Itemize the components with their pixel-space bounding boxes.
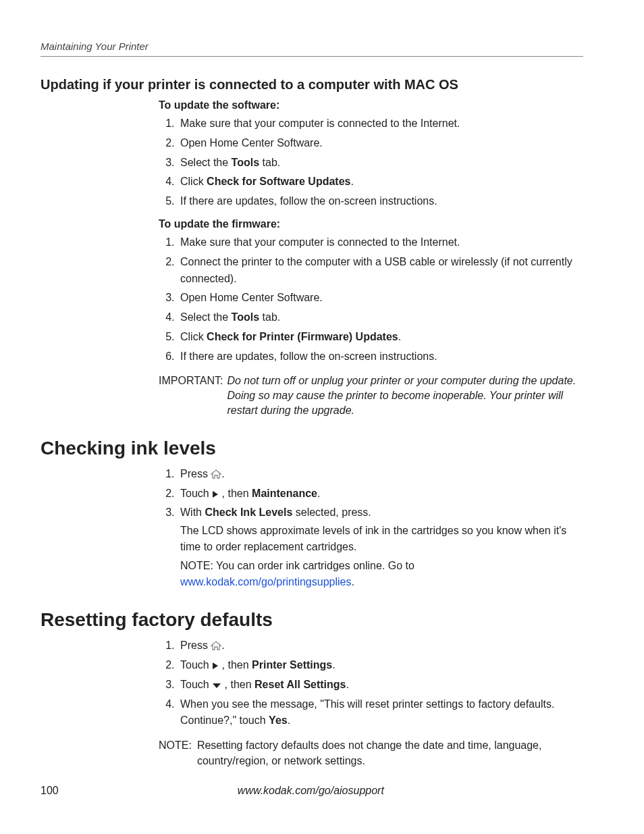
list-item: Select the Tools tab. [178,155,583,172]
text: . [351,576,354,588]
note-order-ink: NOTE: You can order ink cartridges onlin… [180,558,583,590]
list-item: Connect the printer to the computer with… [178,254,583,288]
important-body: Do not turn off or unplug your printer o… [227,373,583,419]
document-page: Maintaining Your Printer Updating if you… [0,0,644,834]
list-item: Touch , then Reset All Settings. [178,677,583,694]
list-item: When you see the message, "This will res… [178,696,583,730]
list-item: Click Check for Printer (Firmware) Updat… [178,329,583,346]
lead-update-firmware: To update the firmware: [159,218,583,230]
text-bold: Yes [269,714,288,726]
text: selected, press. [292,506,371,518]
arrow-right-icon [212,490,219,498]
list-resetting-defaults: Press . Touch , then Printer Settings. T… [159,637,583,729]
list-item: Press . [178,466,583,483]
text: . [288,714,290,726]
important-label: IMPORTANT: [159,373,227,419]
block-update-software: To update the software: Make sure that y… [159,99,583,419]
text: . [221,468,224,479]
text: . [351,176,354,187]
text: . [332,659,335,671]
list-update-firmware: Make sure that your computer is connecte… [159,234,583,365]
page-number: 100 [41,785,59,797]
text: tab. [259,157,280,168]
arrow-down-icon [212,683,221,689]
text: , then [219,488,252,499]
text: , then [219,659,252,671]
heading-updating-mac: Updating if your printer is connected to… [41,77,583,93]
text: To update the software [159,99,276,111]
text-bold: Check Ink Levels [205,506,292,518]
list-item: With Check Ink Levels selected, press. T… [178,504,583,590]
note-body: Resetting factory defaults does not chan… [197,737,583,768]
text: , then [221,679,254,690]
list-item: Make sure that your computer is connecte… [178,234,583,251]
list-item: If there are updates, follow the on-scre… [178,348,583,365]
page-footer: 100 www.kodak.com/go/aiosupport [41,785,583,797]
text: . [221,640,224,651]
note-label: NOTE: [159,737,197,768]
text: Select the [180,311,232,323]
text: . [398,331,401,342]
text: Touch [180,659,212,671]
home-icon [211,469,221,479]
heading-resetting-defaults: Resetting factory defaults [41,609,583,631]
list-item: Select the Tools tab. [178,309,583,326]
list-item: Open Home Center Software. [178,290,583,307]
list-item: Touch , then Maintenance. [178,486,583,502]
list-item: Click Check for Software Updates. [178,174,583,190]
important-note: IMPORTANT: Do not turn off or unplug you… [159,373,583,419]
text: Click [180,331,207,342]
text-bold: Tools [232,311,259,323]
list-item: If there are updates, follow the on-scre… [178,193,583,210]
text: Touch [180,679,212,690]
text: To update the firmware [159,218,277,230]
text-bold: Reset All Settings [254,679,346,690]
list-checking-ink: Press . Touch , then Maintenance. With C… [159,466,583,590]
text: With [180,506,205,518]
home-icon [211,641,221,650]
text: Click [180,176,207,187]
footer-url: www.kodak.com/go/aiosupport [59,785,563,797]
list-update-software: Make sure that your computer is connecte… [159,115,583,210]
lead-update-software: To update the software: [159,99,583,111]
running-header: Maintaining Your Printer [41,41,583,57]
text-bold: Tools [232,157,259,168]
list-item: Make sure that your computer is connecte… [178,115,583,132]
heading-checking-ink: Checking ink levels [41,438,583,459]
block-checking-ink: Press . Touch , then Maintenance. With C… [159,466,583,590]
arrow-right-icon [212,662,219,670]
link-printing-supplies[interactable]: www.kodak.com/go/printingsupplies [180,576,351,588]
text: Press [180,640,211,651]
note-reset-defaults: NOTE: Resetting factory defaults does no… [159,737,583,768]
text-bold: Printer Settings [252,659,332,671]
text-bold: Check for Software Updates [207,176,350,187]
text: When you see the message, "This will res… [180,698,554,727]
list-item: Press . [178,637,583,654]
text: . [346,679,349,690]
text: NOTE: You can order ink cartridges onlin… [180,560,414,571]
list-item: Open Home Center Software. [178,135,583,152]
list-item: Touch , then Printer Settings. [178,657,583,674]
text: Touch [180,488,212,499]
text: . [317,488,320,499]
text-bold: Check for Printer (Firmware) Updates [207,331,398,342]
block-resetting-defaults: Press . Touch , then Printer Settings. T… [159,637,583,768]
text: Press [180,468,211,479]
text: tab. [259,311,280,323]
list-item-body: The LCD shows approximate levels of ink … [180,523,583,555]
text-bold: Maintenance [252,488,317,499]
text: Select the [180,157,232,168]
